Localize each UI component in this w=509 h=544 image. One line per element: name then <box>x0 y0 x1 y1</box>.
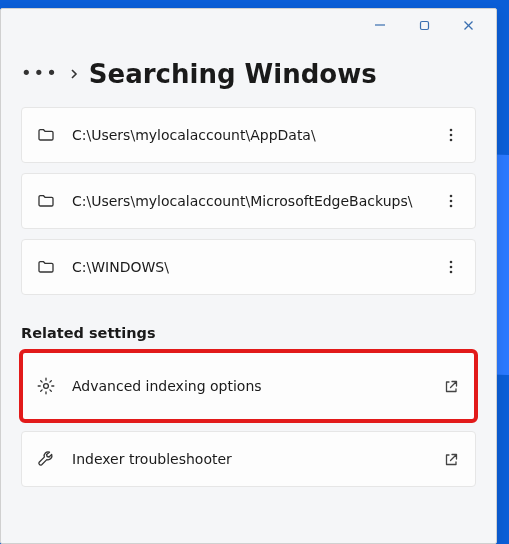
open-external-icon <box>441 376 461 396</box>
maximize-button[interactable] <box>402 11 446 39</box>
svg-point-7 <box>450 195 453 198</box>
open-external-icon <box>441 449 461 469</box>
more-options-button[interactable] <box>441 125 461 145</box>
folder-icon <box>36 257 56 277</box>
svg-rect-1 <box>420 21 428 29</box>
svg-point-6 <box>450 139 453 142</box>
excluded-folder-row[interactable]: C:\Users\mylocalaccount\MicrosoftEdgeBac… <box>21 173 476 229</box>
svg-point-4 <box>450 129 453 132</box>
related-item-label: Advanced indexing options <box>72 378 425 394</box>
indexer-troubleshooter-row[interactable]: Indexer troubleshooter <box>21 431 476 487</box>
minimize-button[interactable] <box>358 11 402 39</box>
svg-point-5 <box>450 134 453 137</box>
more-options-button[interactable] <box>441 191 461 211</box>
breadcrumb: ••• Searching Windows <box>21 59 476 89</box>
close-button[interactable] <box>446 11 490 39</box>
folder-path-label: C:\Users\mylocalaccount\MicrosoftEdgeBac… <box>72 193 425 209</box>
folder-path-label: C:\WINDOWS\ <box>72 259 425 275</box>
folder-icon <box>36 191 56 211</box>
titlebar <box>1 9 496 41</box>
more-options-button[interactable] <box>441 257 461 277</box>
page-title: Searching Windows <box>89 59 377 89</box>
svg-point-9 <box>450 205 453 208</box>
folder-path-label: C:\Users\mylocalaccount\AppData\ <box>72 127 425 143</box>
related-item-label: Indexer troubleshooter <box>72 451 425 467</box>
gear-icon <box>36 376 56 396</box>
excluded-folder-row[interactable]: C:\WINDOWS\ <box>21 239 476 295</box>
svg-point-8 <box>450 200 453 203</box>
svg-point-10 <box>450 261 453 264</box>
wrench-icon <box>36 449 56 469</box>
breadcrumb-more-button[interactable]: ••• <box>21 62 59 87</box>
svg-point-12 <box>450 271 453 274</box>
settings-window: ••• Searching Windows C:\Users\mylocalac… <box>0 8 497 544</box>
content-area: ••• Searching Windows C:\Users\mylocalac… <box>1 41 496 543</box>
excluded-folder-row[interactable]: C:\Users\mylocalaccount\AppData\ <box>21 107 476 163</box>
svg-point-13 <box>44 384 49 389</box>
chevron-right-icon <box>69 67 79 81</box>
folder-icon <box>36 125 56 145</box>
svg-point-11 <box>450 266 453 269</box>
related-settings-heading: Related settings <box>21 325 476 341</box>
advanced-indexing-options-row[interactable]: Advanced indexing options <box>21 351 476 421</box>
